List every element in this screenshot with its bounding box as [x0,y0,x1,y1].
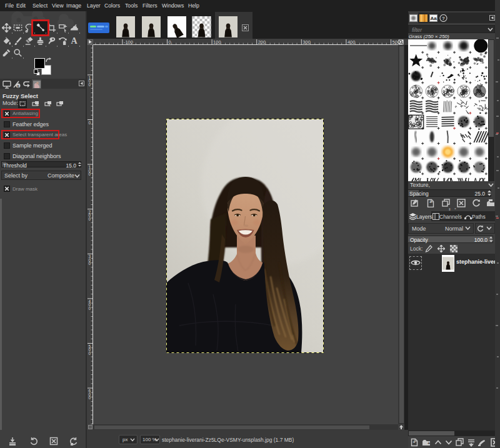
svg-text:0: 0 [89,172,91,176]
svg-text:-100: -100 [124,39,133,45]
svg-text:100: 100 [213,39,221,45]
svg-text:+: + [413,440,416,444]
svg-text:0: 0 [89,306,91,311]
svg-text:+: + [429,200,432,204]
svg-text:0: 0 [89,351,91,356]
svg-text:0: 0 [169,39,171,45]
svg-text:0: 0 [89,121,91,125]
svg-text:0: 0 [89,82,91,87]
svg-text:Aa: Aa [430,16,437,21]
svg-text:300: 300 [302,39,311,45]
svg-text:0: 0 [89,217,91,221]
svg-text:0: 0 [89,396,91,400]
svg-text:?: ? [442,16,445,21]
svg-text:+: + [36,103,39,107]
svg-text:500: 500 [392,39,399,45]
svg-text:+: + [428,441,431,446]
svg-text:200: 200 [258,39,266,45]
svg-text:0: 0 [89,261,91,266]
svg-text:400: 400 [348,39,356,45]
svg-text:A: A [71,36,78,46]
svg-text:-: - [49,102,51,108]
